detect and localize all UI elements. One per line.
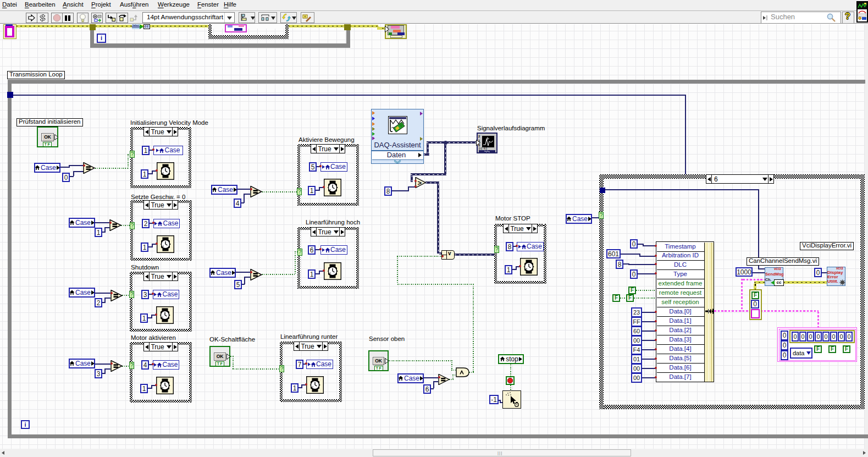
svg-text:>: > (418, 179, 422, 187)
